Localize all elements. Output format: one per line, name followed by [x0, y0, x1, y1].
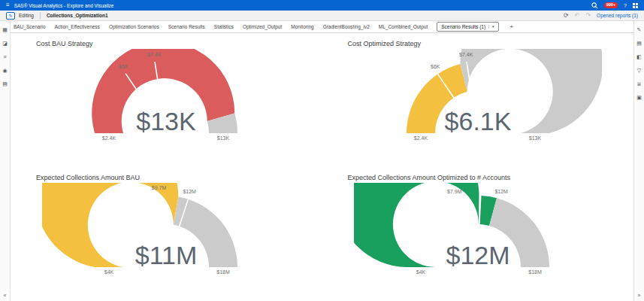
page-tab[interactable]: Statistics	[214, 24, 234, 29]
filters-pane-icon[interactable]: ▽	[637, 68, 641, 73]
gauge-title: Cost Optimized Strategy	[322, 40, 634, 47]
app-window: ≡ SAS® Visual Analytics - Explore and Vi…	[0, 0, 644, 301]
page-tab[interactable]: Optimized_Output	[243, 24, 282, 29]
titlebar-actions: 999+ ?	[591, 2, 638, 9]
page-tab-label: GradientBoosting_iv2	[323, 24, 370, 29]
page-tab-label: Optimization Scenarios	[109, 24, 159, 29]
app-title: SAS® Visual Analytics - Explore and Visu…	[14, 3, 114, 8]
help-icon[interactable]: ?	[624, 3, 627, 8]
redo-icon[interactable]: ↷	[585, 13, 591, 19]
gauge-tick-label: $7.4K	[147, 52, 162, 57]
gauge-tick-label: $13K	[529, 135, 542, 141]
toolbar-divider	[40, 12, 41, 19]
page-tab[interactable]: BAU_Scenario	[14, 24, 46, 29]
page-tab-label: ML_Combined_Output	[379, 24, 428, 29]
report-title: Collections_Optimization1	[47, 13, 108, 18]
right-rail: ✎▤◧▽≣▣ »	[633, 21, 644, 301]
left-rail-icons: ▦◪≡◉▤	[0, 21, 10, 87]
gauge-tick-label: $12M	[494, 189, 508, 194]
gauge-chart[interactable]: $2.4K$6K$7.4K$13K$6.1K	[322, 49, 634, 150]
gauge-panel: Cost Optimized Strategy $2.4K$6K$7.4K$13…	[322, 33, 634, 167]
apps-grid-icon[interactable]	[633, 3, 638, 8]
collapse-left-rail-button[interactable]: «	[0, 293, 10, 298]
right-rail-icons: ✎▤◧▽≣▣	[634, 21, 644, 100]
gauge-value: $6.1K	[444, 107, 511, 135]
data-pane-icon[interactable]: ▦	[2, 27, 8, 32]
page-tabs: BAU_ScenarioAction_EffectivenessOptimiza…	[11, 22, 516, 32]
location-pane-icon[interactable]: ◉	[2, 68, 7, 73]
gauge-tick-label: $2.4K	[414, 135, 428, 141]
report-canvas: Cost BAU Strategy $2.4K$6K$7.4K$13K$13K …	[11, 33, 633, 301]
app-menu-icon[interactable]: ≡	[6, 2, 10, 8]
tab-menu-caret-icon[interactable]: ▾	[488, 25, 494, 29]
mode-label: Editing	[19, 13, 34, 18]
page-tab[interactable]: GradientBoosting_iv2	[323, 24, 370, 29]
left-rail: ▦◪≡◉▤ «	[0, 21, 11, 301]
page-tab-label: Scenario Results	[168, 24, 205, 29]
gauge-tick-label: $2.4K	[102, 135, 116, 141]
gauge-tick-label: $6K	[431, 64, 440, 69]
gauge-panel: Cost BAU Strategy $2.4K$6K$7.4K$13K$13K	[11, 33, 322, 167]
ranks-pane-icon[interactable]: ≣	[637, 81, 642, 87]
gauge-threshold-divider	[455, 199, 464, 227]
toolbar-actions: ⟳ ↶ ↷ Opened reports (1)	[564, 13, 638, 19]
gauge-title: Cost BAU Strategy	[11, 40, 322, 47]
gauge-value: $13K	[137, 107, 197, 135]
gauge-tick-label: $13K	[217, 135, 230, 141]
gauge-tick-label: $4K	[104, 269, 114, 275]
gauge-value: $12M	[446, 241, 509, 269]
gauge-tick-label: $6K	[119, 64, 128, 69]
gauge-tick-label: $4K	[416, 269, 426, 275]
gauge-chart[interactable]: $4K$7.9M$12M$18M$12M	[322, 183, 634, 284]
gauge-panel: Expected Collections Amount Optimized to…	[322, 167, 634, 301]
search-icon[interactable]	[591, 2, 598, 9]
notifications-badge[interactable]: 999+	[604, 2, 618, 8]
page-tab[interactable]: ML_Combined_Output	[379, 24, 428, 29]
edit-mode-icon[interactable]: ✎	[6, 12, 15, 20]
gauge-chart[interactable]: $2.4K$6K$7.4K$13K$13K	[11, 49, 322, 150]
gauge-chart[interactable]: $4K$9.7M$12M$18M$11M	[11, 183, 322, 284]
page-tab[interactable]: Action_Effectiveness	[55, 24, 100, 29]
report-toolbar: ✎ Editing Collections_Optimization1 ⟳ ↶ …	[0, 11, 644, 21]
gauge-tick-label: $7.9M	[447, 189, 462, 194]
actions-pane-icon[interactable]: ▣	[636, 95, 642, 100]
gauge-title: Expected Collections Amount Optimized to…	[322, 174, 634, 181]
refresh-icon[interactable]: ⟳	[564, 13, 569, 19]
gauge-tick-label: $18M	[216, 269, 230, 275]
page-tab-label: Optimized_Output	[243, 24, 282, 29]
gauge-threshold-divider	[159, 195, 162, 225]
page-tab-label: Scenario Results (1)	[441, 24, 485, 29]
undo-icon[interactable]: ↶	[575, 13, 580, 19]
page-tab-label: Statistics	[214, 24, 234, 29]
comments-pane-icon[interactable]: ▤	[2, 81, 8, 87]
options-pane-icon[interactable]: ✎	[637, 27, 642, 32]
gauge-title: Expected Collections Amount BAU	[11, 174, 322, 181]
titlebar: ≡ SAS® Visual Analytics - Explore and Vi…	[0, 0, 644, 11]
objects-pane-icon[interactable]: ◪	[2, 41, 8, 46]
gauge-value: $11M	[135, 241, 198, 269]
outline-pane-icon[interactable]: ≡	[3, 54, 6, 59]
gauge-tick-label: $18M	[528, 269, 542, 275]
gauge-tick-label: $9.7M	[152, 185, 167, 190]
collapse-right-rail-button[interactable]: »	[634, 293, 644, 298]
gauge-tick-label: $12M	[183, 189, 197, 194]
page-tab[interactable]: Scenario Results	[168, 24, 205, 29]
page-tab-bar: BAU_ScenarioAction_EffectivenessOptimiza…	[11, 21, 633, 33]
gauge-panel: Expected Collections Amount BAU $4K$9.7M…	[11, 167, 322, 301]
style-pane-icon[interactable]: ◧	[636, 54, 642, 59]
properties-pane-icon[interactable]: ▤	[636, 41, 642, 46]
page-tab[interactable]: Monitoring	[291, 24, 313, 29]
page-tab-label: Action_Effectiveness	[55, 24, 100, 29]
page-tab[interactable]: Optimization Scenarios	[109, 24, 159, 29]
opened-reports-link[interactable]: Opened reports (1)	[597, 13, 638, 18]
gauge-tick-label: $7.4K	[459, 52, 473, 57]
page-tab[interactable]: Scenario Results (1)▾	[437, 22, 498, 32]
page-tab-label: BAU_Scenario	[14, 24, 46, 29]
add-page-tab-button[interactable]: +	[508, 23, 516, 30]
page-tab-label: Monitoring	[291, 24, 313, 29]
